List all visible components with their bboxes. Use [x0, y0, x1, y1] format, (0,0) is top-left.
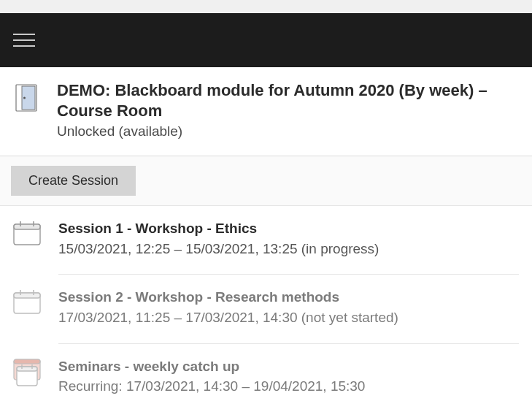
session-list: Session 1 - Workshop - Ethics 15/03/2021… [0, 206, 532, 401]
course-room-text: DEMO: Blackboard module for Autumn 2020 … [57, 80, 519, 140]
session-item[interactable]: Session 1 - Workshop - Ethics 15/03/2021… [0, 206, 532, 275]
svg-rect-12 [14, 359, 40, 364]
session-title: Session 1 - Workshop - Ethics [58, 219, 519, 238]
session-detail: 17/03/2021, 11:25 – 17/03/2021, 14:30 (n… [58, 308, 519, 327]
door-icon [13, 83, 39, 115]
calendar-icon [13, 221, 41, 248]
course-room-title: DEMO: Blackboard module for Autumn 2020 … [57, 80, 519, 121]
course-room-status: Unlocked (available) [57, 123, 519, 140]
create-session-button[interactable]: Create Session [11, 166, 136, 196]
svg-rect-4 [14, 224, 40, 229]
menu-hamburger-icon[interactable] [13, 29, 35, 51]
toolbar: Create Session [0, 156, 532, 206]
session-item[interactable]: Seminars - weekly catch up Recurring: 17… [0, 344, 532, 401]
recurring-calendar-icon [13, 359, 41, 391]
top-strip [0, 0, 532, 13]
session-detail: 15/03/2021, 12:25 – 15/03/2021, 13:25 (i… [58, 240, 519, 259]
svg-rect-14 [17, 367, 37, 371]
session-title: Session 2 - Workshop - Research methods [58, 288, 519, 307]
session-item[interactable]: Session 2 - Workshop - Research methods … [0, 275, 532, 343]
svg-rect-8 [14, 293, 40, 298]
course-room-header[interactable]: DEMO: Blackboard module for Autumn 2020 … [0, 67, 532, 156]
app-header-bar [0, 13, 532, 67]
calendar-icon [13, 289, 41, 317]
session-detail: Recurring: 17/03/2021, 14:30 – 19/04/202… [58, 377, 519, 396]
svg-point-2 [23, 97, 26, 99]
session-title: Seminars - weekly catch up [58, 357, 519, 376]
